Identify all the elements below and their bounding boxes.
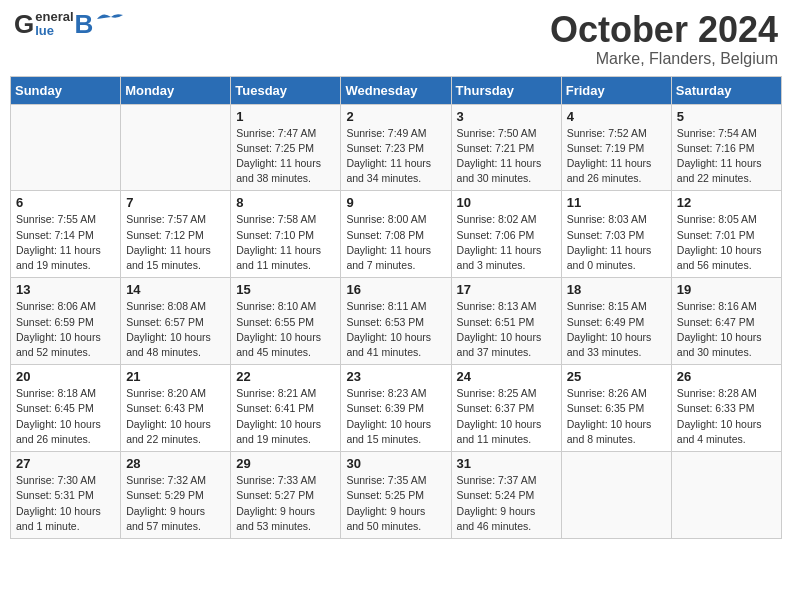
calendar-cell: 23Sunrise: 8:23 AM Sunset: 6:39 PM Dayli… — [341, 365, 451, 452]
day-info: Sunrise: 8:06 AM Sunset: 6:59 PM Dayligh… — [16, 299, 115, 360]
day-number: 23 — [346, 369, 445, 384]
day-number: 1 — [236, 109, 335, 124]
col-tuesday: Tuesday — [231, 76, 341, 104]
calendar-week-row: 27Sunrise: 7:30 AM Sunset: 5:31 PM Dayli… — [11, 452, 782, 539]
logo: G eneral lue B — [14, 10, 127, 39]
month-title: October 2024 — [550, 10, 778, 50]
calendar-cell: 31Sunrise: 7:37 AM Sunset: 5:24 PM Dayli… — [451, 452, 561, 539]
calendar-cell: 1Sunrise: 7:47 AM Sunset: 7:25 PM Daylig… — [231, 104, 341, 191]
day-number: 8 — [236, 195, 335, 210]
calendar-cell: 9Sunrise: 8:00 AM Sunset: 7:08 PM Daylig… — [341, 191, 451, 278]
calendar-cell: 25Sunrise: 8:26 AM Sunset: 6:35 PM Dayli… — [561, 365, 671, 452]
day-info: Sunrise: 8:03 AM Sunset: 7:03 PM Dayligh… — [567, 212, 666, 273]
day-info: Sunrise: 8:11 AM Sunset: 6:53 PM Dayligh… — [346, 299, 445, 360]
logo-general-text: eneral — [35, 10, 73, 24]
day-number: 17 — [457, 282, 556, 297]
day-number: 12 — [677, 195, 776, 210]
day-info: Sunrise: 8:28 AM Sunset: 6:33 PM Dayligh… — [677, 386, 776, 447]
day-info: Sunrise: 8:00 AM Sunset: 7:08 PM Dayligh… — [346, 212, 445, 273]
calendar-cell: 17Sunrise: 8:13 AM Sunset: 6:51 PM Dayli… — [451, 278, 561, 365]
day-number: 24 — [457, 369, 556, 384]
day-info: Sunrise: 8:10 AM Sunset: 6:55 PM Dayligh… — [236, 299, 335, 360]
logo-bird-icon — [95, 9, 127, 29]
day-number: 6 — [16, 195, 115, 210]
calendar-cell: 27Sunrise: 7:30 AM Sunset: 5:31 PM Dayli… — [11, 452, 121, 539]
calendar-cell: 2Sunrise: 7:49 AM Sunset: 7:23 PM Daylig… — [341, 104, 451, 191]
day-number: 22 — [236, 369, 335, 384]
calendar-cell: 21Sunrise: 8:20 AM Sunset: 6:43 PM Dayli… — [121, 365, 231, 452]
page-header: G eneral lue B October 2024 Marke, Fland… — [10, 10, 782, 68]
calendar-cell: 5Sunrise: 7:54 AM Sunset: 7:16 PM Daylig… — [671, 104, 781, 191]
calendar-cell — [121, 104, 231, 191]
day-info: Sunrise: 8:26 AM Sunset: 6:35 PM Dayligh… — [567, 386, 666, 447]
day-info: Sunrise: 8:25 AM Sunset: 6:37 PM Dayligh… — [457, 386, 556, 447]
day-number: 9 — [346, 195, 445, 210]
calendar-cell: 8Sunrise: 7:58 AM Sunset: 7:10 PM Daylig… — [231, 191, 341, 278]
calendar-cell: 10Sunrise: 8:02 AM Sunset: 7:06 PM Dayli… — [451, 191, 561, 278]
day-number: 19 — [677, 282, 776, 297]
day-number: 5 — [677, 109, 776, 124]
calendar-cell: 6Sunrise: 7:55 AM Sunset: 7:14 PM Daylig… — [11, 191, 121, 278]
day-number: 10 — [457, 195, 556, 210]
day-number: 20 — [16, 369, 115, 384]
day-info: Sunrise: 7:33 AM Sunset: 5:27 PM Dayligh… — [236, 473, 335, 534]
logo-general-g: G — [14, 11, 34, 37]
day-number: 14 — [126, 282, 225, 297]
logo-blue-b: B — [75, 11, 94, 37]
calendar-cell: 26Sunrise: 8:28 AM Sunset: 6:33 PM Dayli… — [671, 365, 781, 452]
day-info: Sunrise: 8:18 AM Sunset: 6:45 PM Dayligh… — [16, 386, 115, 447]
day-info: Sunrise: 8:21 AM Sunset: 6:41 PM Dayligh… — [236, 386, 335, 447]
calendar-cell: 15Sunrise: 8:10 AM Sunset: 6:55 PM Dayli… — [231, 278, 341, 365]
day-number: 21 — [126, 369, 225, 384]
col-sunday: Sunday — [11, 76, 121, 104]
col-friday: Friday — [561, 76, 671, 104]
calendar-cell: 7Sunrise: 7:57 AM Sunset: 7:12 PM Daylig… — [121, 191, 231, 278]
day-info: Sunrise: 7:49 AM Sunset: 7:23 PM Dayligh… — [346, 126, 445, 187]
day-number: 30 — [346, 456, 445, 471]
day-info: Sunrise: 8:20 AM Sunset: 6:43 PM Dayligh… — [126, 386, 225, 447]
day-number: 31 — [457, 456, 556, 471]
day-info: Sunrise: 7:37 AM Sunset: 5:24 PM Dayligh… — [457, 473, 556, 534]
day-number: 29 — [236, 456, 335, 471]
day-number: 16 — [346, 282, 445, 297]
col-saturday: Saturday — [671, 76, 781, 104]
calendar-cell: 3Sunrise: 7:50 AM Sunset: 7:21 PM Daylig… — [451, 104, 561, 191]
logo-blue-text: lue — [35, 24, 73, 38]
calendar-cell: 19Sunrise: 8:16 AM Sunset: 6:47 PM Dayli… — [671, 278, 781, 365]
calendar-week-row: 13Sunrise: 8:06 AM Sunset: 6:59 PM Dayli… — [11, 278, 782, 365]
calendar-cell: 30Sunrise: 7:35 AM Sunset: 5:25 PM Dayli… — [341, 452, 451, 539]
calendar-week-row: 6Sunrise: 7:55 AM Sunset: 7:14 PM Daylig… — [11, 191, 782, 278]
day-info: Sunrise: 8:15 AM Sunset: 6:49 PM Dayligh… — [567, 299, 666, 360]
day-info: Sunrise: 7:58 AM Sunset: 7:10 PM Dayligh… — [236, 212, 335, 273]
calendar-cell: 28Sunrise: 7:32 AM Sunset: 5:29 PM Dayli… — [121, 452, 231, 539]
day-info: Sunrise: 8:02 AM Sunset: 7:06 PM Dayligh… — [457, 212, 556, 273]
calendar-cell: 24Sunrise: 8:25 AM Sunset: 6:37 PM Dayli… — [451, 365, 561, 452]
calendar-cell — [11, 104, 121, 191]
calendar-cell: 11Sunrise: 8:03 AM Sunset: 7:03 PM Dayli… — [561, 191, 671, 278]
calendar-cell — [671, 452, 781, 539]
calendar-cell: 22Sunrise: 8:21 AM Sunset: 6:41 PM Dayli… — [231, 365, 341, 452]
calendar-cell: 13Sunrise: 8:06 AM Sunset: 6:59 PM Dayli… — [11, 278, 121, 365]
day-number: 2 — [346, 109, 445, 124]
day-number: 7 — [126, 195, 225, 210]
header-row: Sunday Monday Tuesday Wednesday Thursday… — [11, 76, 782, 104]
col-monday: Monday — [121, 76, 231, 104]
calendar-cell: 12Sunrise: 8:05 AM Sunset: 7:01 PM Dayli… — [671, 191, 781, 278]
day-info: Sunrise: 8:05 AM Sunset: 7:01 PM Dayligh… — [677, 212, 776, 273]
day-number: 28 — [126, 456, 225, 471]
day-info: Sunrise: 8:08 AM Sunset: 6:57 PM Dayligh… — [126, 299, 225, 360]
title-block: October 2024 Marke, Flanders, Belgium — [550, 10, 778, 68]
day-info: Sunrise: 8:23 AM Sunset: 6:39 PM Dayligh… — [346, 386, 445, 447]
day-number: 3 — [457, 109, 556, 124]
col-thursday: Thursday — [451, 76, 561, 104]
calendar-cell: 29Sunrise: 7:33 AM Sunset: 5:27 PM Dayli… — [231, 452, 341, 539]
day-info: Sunrise: 7:57 AM Sunset: 7:12 PM Dayligh… — [126, 212, 225, 273]
day-info: Sunrise: 7:32 AM Sunset: 5:29 PM Dayligh… — [126, 473, 225, 534]
calendar-cell: 16Sunrise: 8:11 AM Sunset: 6:53 PM Dayli… — [341, 278, 451, 365]
day-info: Sunrise: 7:35 AM Sunset: 5:25 PM Dayligh… — [346, 473, 445, 534]
day-info: Sunrise: 7:54 AM Sunset: 7:16 PM Dayligh… — [677, 126, 776, 187]
calendar-table: Sunday Monday Tuesday Wednesday Thursday… — [10, 76, 782, 539]
day-number: 27 — [16, 456, 115, 471]
location-title: Marke, Flanders, Belgium — [550, 50, 778, 68]
calendar-week-row: 1Sunrise: 7:47 AM Sunset: 7:25 PM Daylig… — [11, 104, 782, 191]
